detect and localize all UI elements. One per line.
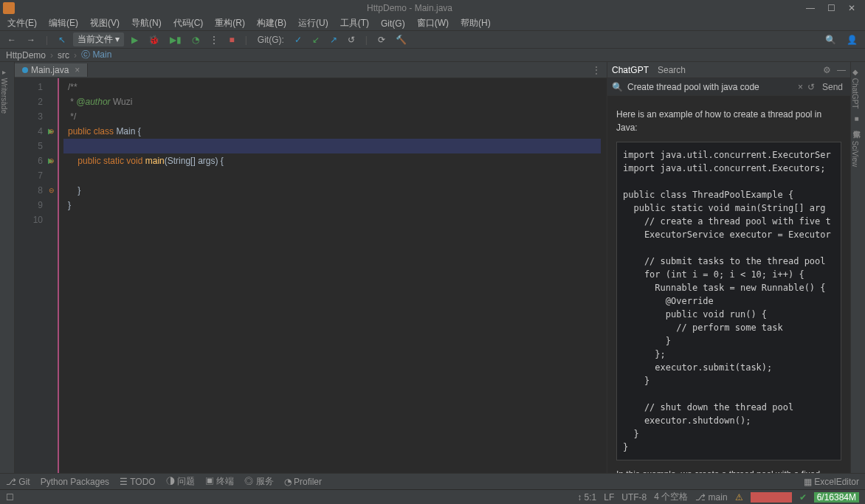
chat-code-block[interactable]: import java.util.concurrent.ExecutorSer … [616, 142, 841, 460]
breadcrumb-src[interactable]: src [58, 50, 69, 61]
settings-icon[interactable]: 👤 [844, 35, 861, 45]
git-push-icon[interactable]: ↗ [327, 35, 340, 45]
close-tab-icon[interactable]: × [75, 65, 80, 75]
search-icon: 🔍 [612, 82, 623, 92]
chat-tabs: ChatGPT Search ⚙ — [607, 62, 850, 78]
menu-item[interactable]: 窗口(W) [413, 17, 453, 30]
services-tool[interactable]: ◎ 服务 [244, 475, 273, 488]
menu-item[interactable]: 帮助(H) [456, 17, 495, 30]
clear-input-icon[interactable]: × [798, 82, 803, 92]
gutter[interactable]: ▶⊖▶⊖⊖ [47, 78, 58, 473]
hide-panel-icon[interactable]: — [837, 65, 846, 75]
run-icon[interactable]: ▶ [128, 35, 141, 45]
breadcrumb-project[interactable]: HttpDemo [6, 50, 46, 61]
menu-item[interactable]: 代码(C) [169, 17, 208, 30]
status-ok-icon: ✔ [799, 492, 807, 503]
status-warn-icon[interactable]: ⚠ [735, 492, 743, 503]
titlebar: HttpDemo - Main.java — ☐ ✕ [0, 0, 865, 16]
git-history-icon[interactable]: ↺ [345, 35, 358, 45]
menu-item[interactable]: Git(G) [376, 18, 410, 29]
status-error-indicator[interactable] [751, 492, 792, 503]
status-pos[interactable]: ↕ 5:1 [577, 492, 596, 503]
close-button[interactable]: ✕ [841, 3, 862, 13]
coverage-icon[interactable]: ▶▮ [167, 35, 185, 45]
menu-item[interactable]: 文件(E) [3, 17, 41, 30]
menu-item[interactable]: 编辑(E) [44, 17, 83, 30]
status-indent[interactable]: 4 个空格 [654, 491, 688, 503]
tab-chatgpt[interactable]: ChatGPT [612, 65, 649, 75]
menu-item[interactable]: 工具(T) [336, 17, 373, 30]
git-commit-icon[interactable]: ↙ [309, 35, 323, 45]
exceleditor-tool[interactable]: ▦ ExcelEditor [804, 477, 859, 487]
profiler-tool[interactable]: ◔ Profiler [284, 477, 322, 487]
terminal-tool[interactable]: ▣ 终端 [205, 475, 234, 488]
chat-content[interactable]: Here is an example of how to create a th… [607, 96, 850, 473]
history-icon[interactable]: ↺ [807, 82, 815, 92]
menu-item[interactable]: 构建(B) [252, 17, 291, 30]
right-toolwindow-bar[interactable]: ◆ ChatGPT■ 数据库✎ SciView [850, 62, 865, 473]
tab-more-icon[interactable]: ⋮ [586, 65, 607, 75]
app-icon [3, 2, 15, 14]
todo-tool[interactable]: ☰ TODO [120, 477, 156, 487]
status-branch[interactable]: ⎇ main [695, 492, 727, 503]
tips-icon[interactable]: ☐ [6, 492, 14, 503]
stop-icon[interactable]: ■ [226, 35, 237, 45]
chat-input[interactable] [627, 82, 793, 92]
tab-main-java[interactable]: Main.java × [15, 63, 88, 77]
git-update-icon[interactable]: ✓ [292, 35, 305, 45]
code-area[interactable]: /** * @author Wuzi */public class Main {… [58, 78, 607, 473]
hammer-icon[interactable]: 🔨 [393, 35, 410, 45]
gear-icon[interactable]: ⚙ [823, 65, 831, 75]
menubar: 文件(E)编辑(E)视图(V)导航(N)代码(C)重构(R)构建(B)运行(U)… [0, 16, 865, 31]
breadcrumb-file[interactable]: ⓒ Main [81, 49, 111, 61]
right-tool[interactable]: ◆ ChatGPT [851, 62, 859, 108]
line-numbers: 12345678910 [15, 78, 47, 473]
more-run-icon[interactable]: ⋮ [207, 35, 221, 45]
problems-tool[interactable]: ◑ 问题 [166, 475, 195, 488]
status-mem[interactable]: 6/16384M [814, 492, 859, 503]
bottom-toolbar: ⎇ Git Python Packages ☰ TODO ◑ 问题 ▣ 终端 ◎… [0, 473, 865, 489]
chat-panel: ChatGPT Search ⚙ — 🔍 × ↺ Send Here is an… [607, 62, 850, 473]
main-area: ▸ Writersàde Main.java × ⋮ 12345678910 ▶… [0, 62, 865, 473]
chat-outro: In this example, we create a thread pool… [616, 468, 841, 473]
tab-search[interactable]: Search [658, 65, 686, 75]
menu-item[interactable]: 重构(R) [210, 17, 249, 30]
status-lf[interactable]: LF [604, 492, 614, 503]
statusbar: ☐ ↕ 5:1 LF UTF-8 4 个空格 ⎇ main ⚠ ✔ 6/1638… [0, 489, 865, 504]
chat-input-row: 🔍 × ↺ Send [607, 78, 850, 96]
editor-tabs: Main.java × ⋮ [15, 62, 607, 78]
menu-item[interactable]: 运行(U) [294, 17, 333, 30]
chat-intro: Here is an example of how to create a th… [616, 108, 841, 134]
breadcrumb: HttpDemo › src › ⓒ Main [0, 49, 865, 62]
window-title: HttpDemo - Main.java [19, 3, 800, 13]
run-config-dropdown[interactable]: 当前文件 ▾ [73, 32, 124, 46]
maximize-button[interactable]: ☐ [821, 3, 841, 13]
debug-icon[interactable]: 🐞 [145, 35, 162, 45]
minimize-button[interactable]: — [800, 3, 821, 13]
profile-icon[interactable]: ◔ [189, 35, 202, 45]
code-editor[interactable]: 12345678910 ▶⊖▶⊖⊖ /** * @author Wuzi */p… [15, 78, 607, 473]
menu-item[interactable]: 视图(V) [86, 17, 124, 30]
right-tool[interactable]: ✎ SciView [851, 125, 859, 167]
git-label: Git(G): [255, 35, 287, 45]
status-enc[interactable]: UTF-8 [621, 492, 647, 503]
menu-item[interactable]: 导航(N) [127, 17, 166, 30]
margin-line [58, 78, 59, 473]
nav-back-icon[interactable]: ← [4, 35, 19, 45]
git-tool[interactable]: ⎇ Git [6, 477, 30, 487]
python-packages-tool[interactable]: Python Packages [41, 477, 109, 487]
send-button[interactable]: Send [819, 82, 846, 92]
toolbar: ← → | ↖ 当前文件 ▾ ▶ 🐞 ▶▮ ◔ ⋮ ■ | Git(G): ✓ … [0, 31, 865, 49]
sync-icon[interactable]: ⟳ [375, 35, 388, 45]
select-icon[interactable]: ↖ [55, 35, 69, 45]
java-file-icon [22, 67, 28, 73]
left-toolwindow-bar[interactable]: ▸ Writersàde [0, 62, 15, 473]
search-icon[interactable]: 🔍 [822, 35, 839, 45]
right-tool[interactable]: ■ 数据库 [851, 108, 861, 125]
nav-fwd-icon[interactable]: → [24, 35, 38, 45]
